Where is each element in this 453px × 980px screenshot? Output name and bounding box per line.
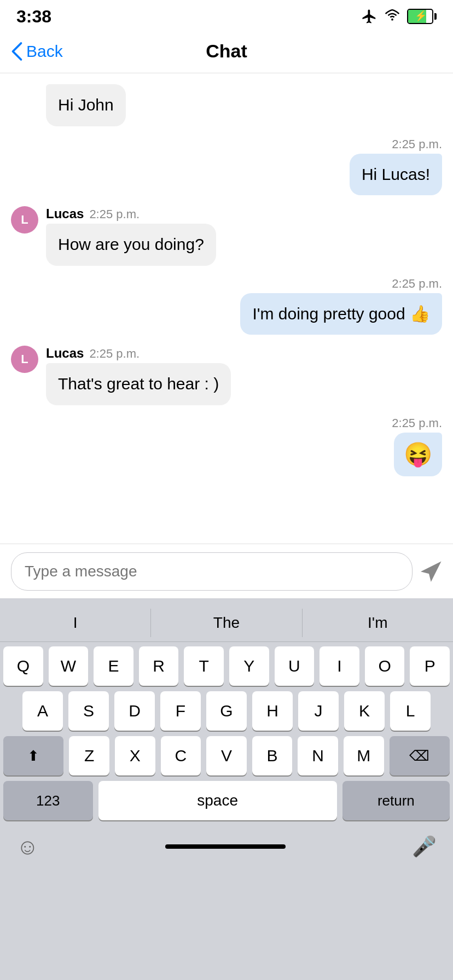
message-text: That's great to hear : ): [58, 375, 219, 393]
status-time: 3:38: [16, 7, 51, 27]
key-q[interactable]: Q: [3, 646, 43, 686]
key-s[interactable]: S: [68, 691, 109, 731]
bubble-wrap: Lucas 2:25 p.m. That's great to hear : ): [46, 346, 231, 405]
message-input[interactable]: [11, 552, 413, 591]
key-z[interactable]: Z: [69, 736, 109, 775]
key-n[interactable]: N: [298, 736, 338, 775]
key-y[interactable]: Y: [229, 646, 269, 686]
key-row-1: Q W E R T Y U I O P: [3, 646, 450, 686]
keyboard-bottom-bar: ☺ 🎤: [0, 825, 453, 868]
message-time: 2:25 p.m.: [89, 347, 140, 361]
space-key[interactable]: space: [98, 781, 337, 820]
sender-name: Lucas: [46, 346, 84, 361]
numbers-key[interactable]: 123: [3, 781, 93, 820]
message-row: L Lucas 2:25 p.m. How are you doing?: [11, 206, 442, 266]
message-time: 2:25 p.m.: [89, 207, 140, 221]
send-icon: [420, 561, 442, 582]
back-label: Back: [26, 42, 63, 61]
message-row: Hi John: [11, 84, 442, 126]
autocomplete-bar: I The I'm: [0, 604, 453, 642]
message-text: 😝: [404, 441, 432, 467]
key-f[interactable]: F: [160, 691, 201, 731]
message-bubble: That's great to hear : ): [46, 363, 231, 405]
key-r[interactable]: R: [139, 646, 179, 686]
back-button[interactable]: Back: [11, 42, 63, 61]
nav-bar: Back Chat: [0, 30, 453, 73]
key-a[interactable]: A: [22, 691, 63, 731]
battery-icon: ⚡: [407, 9, 437, 24]
bubble-meta: Lucas 2:25 p.m.: [46, 346, 231, 361]
key-o[interactable]: O: [365, 646, 405, 686]
key-v[interactable]: V: [206, 736, 247, 775]
autocomplete-item[interactable]: I: [0, 609, 151, 637]
status-bar: 3:38 ⚡: [0, 0, 453, 30]
avatar: L: [11, 346, 38, 373]
bubble-wrap: Hi John: [46, 84, 126, 126]
bubble-wrap: 2:25 p.m. I'm doing pretty good 👍: [240, 277, 442, 335]
avatar: L: [11, 206, 38, 234]
key-m[interactable]: M: [344, 736, 384, 775]
emoji-icon[interactable]: ☺: [16, 835, 39, 859]
key-i[interactable]: I: [320, 646, 359, 686]
send-button[interactable]: [420, 561, 442, 582]
key-d[interactable]: D: [114, 691, 155, 731]
message-row: 2:25 p.m. 😝: [11, 416, 442, 477]
nav-title: Chat: [206, 40, 247, 62]
key-e[interactable]: E: [94, 646, 133, 686]
key-row-2: A S D F G H J K L: [3, 691, 450, 731]
message-time: 2:25 p.m.: [392, 416, 442, 430]
key-t[interactable]: T: [184, 646, 224, 686]
back-chevron-icon: [11, 42, 23, 61]
bubble-wrap: 2:25 p.m. Hi Lucas!: [350, 137, 442, 196]
bubble-meta: Lucas 2:25 p.m.: [46, 206, 216, 221]
bubble-wrap: Lucas 2:25 p.m. How are you doing?: [46, 206, 216, 266]
key-row-4: 123 space return: [3, 781, 450, 820]
message-bubble: Hi Lucas!: [350, 154, 442, 196]
keyboard: I The I'm Q W E R T Y U I O P A S D F G …: [0, 598, 453, 980]
message-bubble: 😝: [394, 433, 442, 477]
shift-key[interactable]: ⬆: [3, 736, 63, 775]
input-area: [0, 544, 453, 598]
message-time: 2:25 p.m.: [392, 137, 442, 151]
message-row: 2:25 p.m. I'm doing pretty good 👍: [11, 277, 442, 335]
key-w[interactable]: W: [49, 646, 89, 686]
key-c[interactable]: C: [161, 736, 201, 775]
home-indicator: [165, 844, 286, 849]
message-text: I'm doing pretty good 👍: [252, 305, 430, 323]
key-x[interactable]: X: [115, 736, 155, 775]
message-row: 2:25 p.m. Hi Lucas!: [11, 137, 442, 196]
message-row: L Lucas 2:25 p.m. That's great to hear :…: [11, 346, 442, 405]
message-time: 2:25 p.m.: [392, 277, 442, 291]
autocomplete-item[interactable]: I'm: [303, 609, 453, 637]
key-h[interactable]: H: [252, 691, 293, 731]
key-u[interactable]: U: [275, 646, 315, 686]
wifi-icon: [383, 8, 402, 25]
backspace-key[interactable]: ⌫: [390, 736, 450, 775]
bottom-bar-icons: ☺ 🎤: [16, 835, 437, 859]
message-bubble: How are you doing?: [46, 224, 216, 266]
return-key[interactable]: return: [342, 781, 450, 820]
key-j[interactable]: J: [298, 691, 339, 731]
key-p[interactable]: P: [410, 646, 450, 686]
chat-area: Hi John 2:25 p.m. Hi Lucas! L Lucas 2:25…: [0, 73, 453, 544]
key-row-3: ⬆ Z X C V B N M ⌫: [3, 736, 450, 775]
autocomplete-item[interactable]: The: [151, 609, 302, 637]
airplane-icon: [361, 8, 378, 25]
key-g[interactable]: G: [206, 691, 247, 731]
bubble-wrap: 2:25 p.m. 😝: [392, 416, 442, 477]
message-bubble: Hi John: [46, 84, 126, 126]
status-icons: ⚡: [361, 8, 437, 25]
message-text: How are you doing?: [58, 235, 204, 253]
message-bubble: I'm doing pretty good 👍: [240, 293, 442, 335]
mic-icon[interactable]: 🎤: [412, 835, 437, 858]
keys-area: Q W E R T Y U I O P A S D F G H J K L ⬆ …: [0, 642, 453, 825]
sender-name: Lucas: [46, 206, 84, 221]
message-text: Hi John: [58, 96, 114, 114]
key-k[interactable]: K: [344, 691, 385, 731]
message-text: Hi Lucas!: [362, 165, 430, 183]
key-l[interactable]: L: [390, 691, 431, 731]
key-b[interactable]: B: [252, 736, 293, 775]
